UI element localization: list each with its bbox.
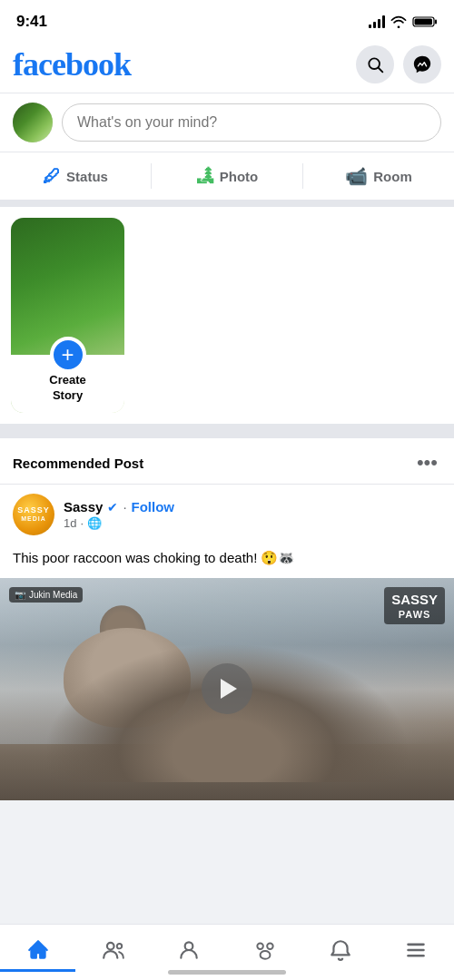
nav-item-watch[interactable] (227, 935, 302, 972)
watch-icon (253, 938, 277, 965)
photo-button[interactable]: 🏞 Photo (152, 156, 302, 196)
signal-icon (369, 15, 385, 28)
svg-point-8 (257, 943, 263, 949)
messenger-icon (412, 54, 432, 74)
post-time-row: 1d · 🌐 (64, 516, 441, 530)
post-image[interactable]: 📷 Jukin Media SASSY PAWS (0, 578, 454, 800)
sassy-paws-line2: PAWS (391, 608, 438, 621)
svg-rect-2 (435, 20, 437, 24)
more-dots-icon: ••• (417, 451, 438, 475)
svg-point-9 (267, 943, 273, 949)
dot-separator: · (123, 499, 126, 514)
more-options-button[interactable]: ••• (413, 451, 441, 475)
wifi-icon (390, 15, 407, 28)
play-icon (221, 679, 237, 699)
header-icons (356, 45, 441, 83)
status-icons (369, 15, 438, 28)
create-story-card[interactable]: + CreateStory (11, 218, 124, 413)
menu-icon (404, 938, 428, 965)
create-story-label: CreateStory (49, 373, 85, 404)
nav-item-notifications[interactable] (302, 935, 378, 972)
user-avatar (13, 103, 53, 142)
bell-icon (329, 938, 352, 965)
status-time: 9:41 (16, 13, 47, 31)
svg-point-6 (117, 944, 122, 948)
svg-point-7 (185, 942, 193, 950)
post-author-row: Sassy ✔ · Follow (64, 499, 441, 514)
create-plus-icon: + (50, 337, 86, 373)
svg-rect-11 (408, 943, 426, 946)
sassy-paws-badge: SASSY PAWS (384, 587, 445, 625)
camera-icon: 📷 (15, 590, 25, 600)
post-author-avatar[interactable]: SASSY MEDIA (13, 494, 54, 535)
svg-rect-13 (408, 955, 426, 957)
jukin-badge: 📷 Jukin Media (9, 587, 83, 603)
svg-rect-1 (415, 19, 433, 25)
post-meta: Sassy ✔ · Follow 1d · 🌐 (64, 499, 441, 530)
avatar-text-top: SASSY (17, 505, 50, 515)
profile-icon (177, 938, 201, 965)
battery-icon (412, 15, 438, 28)
nav-item-friends[interactable] (75, 935, 151, 972)
avatar-text-bottom: MEDIA (21, 515, 46, 523)
app-header: facebook (0, 40, 454, 93)
post-action-row: 🖊 Status 🏞 Photo 📹 Room (0, 152, 454, 207)
room-button[interactable]: 📹 Room (303, 156, 454, 196)
bottom-spacer (0, 800, 454, 873)
search-button[interactable] (356, 45, 394, 83)
time-dot: · (80, 516, 84, 530)
recommended-header: Recommended Post ••• (0, 438, 454, 485)
recommended-label: Recommended Post (13, 456, 143, 471)
stories-section: + CreateStory (0, 207, 454, 431)
composer-input[interactable] (62, 103, 441, 142)
status-icon: 🖊 (43, 166, 61, 187)
facebook-logo: facebook (13, 45, 131, 83)
verified-icon: ✔ (107, 500, 118, 514)
post-time: 1d (64, 516, 76, 530)
status-button[interactable]: 🖊 Status (0, 156, 151, 196)
photo-icon: 🏞 (196, 166, 214, 187)
jukin-label: Jukin Media (29, 590, 77, 600)
home-icon (26, 938, 50, 965)
sassy-paws-line1: SASSY (391, 591, 438, 609)
follow-button[interactable]: Follow (132, 499, 175, 514)
globe-icon: 🌐 (87, 516, 102, 530)
svg-rect-12 (408, 949, 426, 952)
svg-point-10 (260, 951, 270, 959)
create-story-overlay: + CreateStory (11, 355, 124, 413)
friends-icon (102, 938, 125, 965)
post-header: SASSY MEDIA Sassy ✔ · Follow 1d · 🌐 (0, 485, 454, 544)
messenger-button[interactable] (403, 45, 441, 83)
search-icon (366, 55, 384, 74)
svg-line-4 (379, 68, 383, 73)
svg-point-5 (107, 943, 114, 950)
home-indicator (168, 970, 286, 975)
post-author-name[interactable]: Sassy (64, 499, 103, 514)
post-text: This poor raccoon was choking to death! … (0, 544, 454, 578)
photo-label: Photo (220, 169, 259, 184)
status-bar: 9:41 (0, 0, 454, 40)
play-button[interactable] (202, 663, 252, 714)
section-divider (0, 431, 454, 438)
post-composer (0, 93, 454, 152)
nav-item-profile[interactable] (152, 935, 227, 972)
feed-section: Recommended Post ••• SASSY MEDIA Sassy ✔… (0, 438, 454, 800)
nav-item-menu[interactable] (379, 935, 454, 972)
nav-item-home[interactable] (0, 935, 75, 972)
room-label: Room (373, 169, 412, 184)
room-icon: 📹 (345, 165, 368, 187)
status-label: Status (66, 169, 108, 184)
